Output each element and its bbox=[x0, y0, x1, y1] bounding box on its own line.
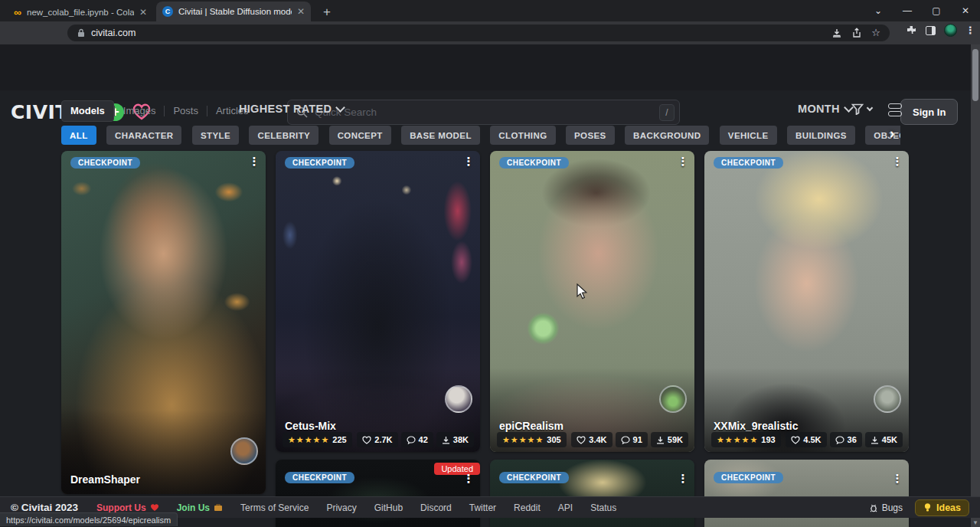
sidebar-icon[interactable] bbox=[926, 26, 936, 35]
footer-link-github[interactable]: GitHub bbox=[374, 502, 403, 513]
chevron-down-icon bbox=[335, 103, 345, 113]
footer-link-discord[interactable]: Discord bbox=[420, 502, 452, 513]
checkpoint-badge: CHECKPOINT bbox=[714, 157, 783, 169]
heart-icon bbox=[362, 436, 371, 444]
tab-close-icon[interactable]: ✕ bbox=[297, 6, 305, 17]
checkpoint-badge: CHECKPOINT bbox=[285, 472, 354, 483]
creator-avatar[interactable] bbox=[874, 385, 901, 413]
download-icon[interactable] bbox=[831, 28, 842, 38]
card-menu-icon[interactable]: ⋮ bbox=[676, 155, 690, 169]
card-menu-icon[interactable]: ⋮ bbox=[462, 472, 475, 486]
footer-link-api[interactable]: API bbox=[558, 502, 573, 513]
model-card-xxmix9realistic[interactable]: CHECKPOINT ⋮ XXMix_9realistic 193 4.5K 3… bbox=[704, 151, 909, 452]
url-text: civitai.com bbox=[91, 28, 136, 38]
maximize-button[interactable]: ▢ bbox=[922, 5, 951, 16]
chip-concept[interactable]: CONCEPT bbox=[329, 126, 391, 145]
chip-buildings[interactable]: BUILDINGS bbox=[787, 126, 855, 145]
likes-pill: 4.5K bbox=[786, 432, 826, 447]
minimize-button[interactable]: — bbox=[893, 5, 922, 16]
footer-link-status[interactable]: Status bbox=[590, 502, 616, 513]
share-icon[interactable] bbox=[851, 28, 862, 38]
card-menu-icon[interactable]: ⋮ bbox=[247, 155, 261, 169]
creator-avatar[interactable] bbox=[230, 437, 258, 465]
card-menu-icon[interactable]: ⋮ bbox=[676, 472, 690, 486]
tab-search-icon[interactable]: ⌄ bbox=[864, 5, 893, 16]
chip-base-model[interactable]: BASE MODEL bbox=[401, 126, 480, 145]
model-title: XXMix_9realistic bbox=[714, 420, 799, 432]
comments-pill: 91 bbox=[616, 432, 648, 447]
card-stats: 305 3.4K 91 59K bbox=[497, 432, 688, 447]
civitai-favicon-icon: C bbox=[162, 6, 173, 17]
tab-colab[interactable]: ∞ new_colab_file.ipynb - Colaborat ✕ bbox=[8, 2, 153, 21]
rating-pill: 305 bbox=[497, 432, 567, 447]
chip-poses[interactable]: POSES bbox=[566, 126, 615, 145]
model-card-dreamshaper[interactable]: CHECKPOINT ⋮ DreamShaper bbox=[61, 151, 266, 494]
chip-celebrity[interactable]: CELEBRITY bbox=[249, 126, 318, 145]
profile-avatar[interactable] bbox=[944, 24, 957, 37]
tab-models[interactable]: Models bbox=[61, 100, 114, 122]
page-scrollbar[interactable]: ▾ bbox=[971, 44, 980, 527]
tab-posts[interactable]: Posts bbox=[165, 101, 207, 121]
footer-link-reddit[interactable]: Reddit bbox=[514, 502, 541, 513]
heart-icon bbox=[577, 436, 586, 444]
footer-link-join-us[interactable]: Join Us bbox=[177, 502, 223, 513]
quick-search[interactable]: / bbox=[287, 100, 680, 125]
bookmark-star-icon[interactable]: ☆ bbox=[871, 28, 880, 38]
footer-link-twitter[interactable]: Twitter bbox=[469, 502, 496, 513]
browser-menu-icon[interactable]: ⋮ bbox=[965, 25, 975, 36]
model-title: Cetus-Mix bbox=[285, 420, 336, 432]
model-card-cetus-mix[interactable]: CHECKPOINT ⋮ Cetus-Mix 225 2.7K 42 38K bbox=[276, 151, 480, 452]
layout-toggle-icon[interactable] bbox=[888, 103, 902, 116]
heart-icon bbox=[150, 503, 159, 512]
period-select[interactable]: MONTH bbox=[798, 103, 852, 115]
footer-link-support-us[interactable]: Support Us bbox=[96, 502, 159, 513]
sign-in-button[interactable]: Sign In bbox=[900, 99, 958, 125]
chip-vehicle[interactable]: VEHICLE bbox=[720, 126, 777, 145]
checkpoint-badge: CHECKPOINT bbox=[285, 157, 354, 169]
chips-scroll-right-icon[interactable]: › bbox=[890, 125, 894, 142]
chip-objects[interactable]: OBJECTS bbox=[865, 126, 900, 145]
extensions-puzzle-icon[interactable] bbox=[905, 25, 917, 37]
checkpoint-badge: CHECKPOINT bbox=[70, 157, 140, 169]
model-card-epicrealism[interactable]: CHECKPOINT ⋮ epiCRealism 305 3.4K 91 59K bbox=[490, 151, 694, 452]
model-title: DreamShaper bbox=[70, 473, 140, 486]
model-title: epiCRealism bbox=[499, 420, 564, 432]
screen: ∞ new_colab_file.ipynb - Colaborat ✕ C C… bbox=[0, 0, 980, 527]
downloads-pill: 45K bbox=[865, 432, 903, 447]
tab-close-icon[interactable]: ✕ bbox=[139, 7, 147, 18]
filter-control[interactable] bbox=[851, 103, 872, 115]
creator-avatar[interactable] bbox=[445, 385, 472, 413]
chevron-down-icon bbox=[867, 104, 873, 110]
checkpoint-badge: CHECKPOINT bbox=[499, 472, 569, 483]
search-input[interactable] bbox=[315, 106, 659, 118]
address-bar[interactable]: civitai.com ☆ bbox=[67, 25, 890, 41]
new-tab-button[interactable]: + bbox=[318, 4, 335, 21]
chip-background[interactable]: BACKGROUND bbox=[625, 126, 709, 145]
tab-images[interactable]: Images bbox=[115, 101, 165, 121]
card-menu-icon[interactable]: ⋮ bbox=[462, 155, 475, 169]
sort-select[interactable]: HIGHEST RATED bbox=[239, 103, 344, 115]
bugs-button[interactable]: Bugs bbox=[869, 502, 903, 513]
scrollbar-down-icon[interactable]: ▾ bbox=[971, 519, 980, 526]
ideas-button[interactable]: Ideas bbox=[915, 499, 969, 516]
chip-all[interactable]: ALL bbox=[61, 126, 96, 145]
card-menu-icon[interactable]: ⋮ bbox=[890, 472, 904, 486]
heart-icon bbox=[791, 436, 800, 444]
chip-character[interactable]: CHARACTER bbox=[106, 126, 181, 145]
close-button[interactable]: ✕ bbox=[951, 5, 980, 16]
lightbulb-icon bbox=[923, 502, 932, 512]
chip-style[interactable]: STYLE bbox=[192, 126, 239, 145]
likes-pill: 3.4K bbox=[571, 432, 612, 447]
comments-pill: 42 bbox=[401, 432, 433, 447]
card-stats: 193 4.5K 36 45K bbox=[711, 432, 903, 447]
creator-avatar[interactable] bbox=[659, 385, 687, 413]
content-type-tabs: Models Images Posts Articles bbox=[61, 100, 257, 121]
footer-link-terms[interactable]: Terms of Service bbox=[240, 502, 309, 513]
tab-civitai[interactable]: C Civitai | Stable Diffusion models, ✕ bbox=[156, 2, 311, 21]
rating-pill: 193 bbox=[711, 432, 781, 447]
chip-clothing[interactable]: CLOTHING bbox=[490, 126, 555, 145]
scrollbar-thumb[interactable] bbox=[972, 49, 978, 101]
footer-link-privacy[interactable]: Privacy bbox=[326, 502, 356, 513]
card-menu-icon[interactable]: ⋮ bbox=[890, 155, 904, 169]
comments-pill: 36 bbox=[830, 432, 862, 447]
